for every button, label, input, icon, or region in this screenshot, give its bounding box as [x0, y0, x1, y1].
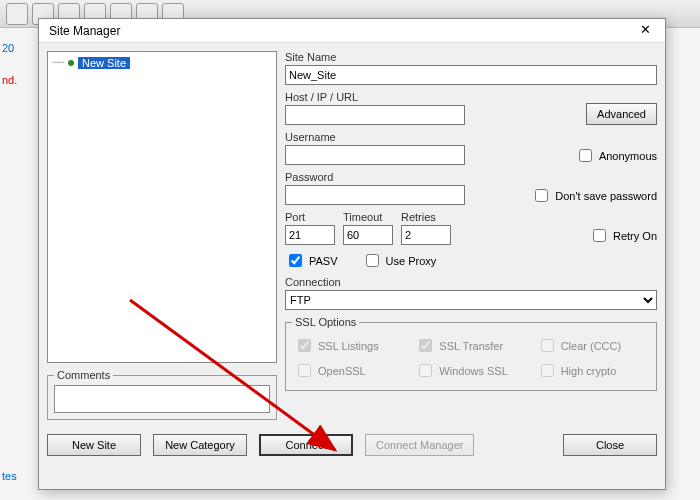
ssl-openssl-label: OpenSSL	[318, 365, 366, 377]
site-tree[interactable]: ┄┄ New Site	[47, 51, 277, 363]
close-button[interactable]: Close	[563, 434, 657, 456]
ssl-listings-checkbox-input	[298, 339, 311, 352]
ssl-options-legend: SSL Options	[292, 316, 359, 328]
retry-on-checkbox[interactable]: Retry On	[589, 226, 657, 245]
pasv-checkbox[interactable]: PASV	[285, 251, 338, 270]
timeout-input[interactable]	[343, 225, 393, 245]
host-input[interactable]	[285, 105, 465, 125]
comments-input[interactable]	[54, 385, 270, 413]
retries-label: Retries	[401, 211, 451, 223]
connect-manager-button: Connect Manager	[365, 434, 474, 456]
site-name-label: Site Name	[285, 51, 657, 63]
bg-text: 20	[2, 42, 14, 54]
ssl-winssl-checkbox-input	[419, 364, 432, 377]
pasv-checkbox-input[interactable]	[289, 254, 302, 267]
retry-on-checkbox-input[interactable]	[593, 229, 606, 242]
ssl-openssl-checkbox: OpenSSL	[294, 361, 405, 380]
username-label: Username	[285, 131, 567, 143]
connect-button[interactable]: Connect	[259, 434, 353, 456]
use-proxy-checkbox[interactable]: Use Proxy	[362, 251, 437, 270]
ssl-transfer-checkbox-input	[419, 339, 432, 352]
host-label: Host / IP / URL	[285, 91, 578, 103]
ssl-highcrypto-checkbox-input	[541, 364, 554, 377]
tree-item[interactable]: ┄┄ New Site	[52, 56, 272, 69]
bg-text: tes	[2, 470, 17, 482]
dont-save-password-checkbox[interactable]: Don't save password	[531, 186, 657, 205]
ssl-transfer-label: SSL Transfer	[439, 340, 503, 352]
comments-legend: Comments	[54, 369, 113, 381]
connection-select[interactable]: FTP	[285, 290, 657, 310]
ssl-winssl-label: Windows SSL	[439, 365, 507, 377]
new-site-button[interactable]: New Site	[47, 434, 141, 456]
ssl-clear-checkbox: Clear (CCC)	[537, 336, 648, 355]
titlebar[interactable]: Site Manager ✕	[39, 19, 665, 43]
ssl-winssl-checkbox: Windows SSL	[415, 361, 526, 380]
password-label: Password	[285, 171, 523, 183]
ssl-clear-checkbox-input	[541, 339, 554, 352]
tree-connector-icon: ┄┄	[52, 56, 64, 69]
timeout-label: Timeout	[343, 211, 393, 223]
anonymous-checkbox[interactable]: Anonymous	[575, 146, 657, 165]
ssl-highcrypto-checkbox: High crypto	[537, 361, 648, 380]
comments-fieldset: Comments	[47, 369, 277, 420]
username-input[interactable]	[285, 145, 465, 165]
dont-save-password-label: Don't save password	[555, 190, 657, 202]
retries-input[interactable]	[401, 225, 451, 245]
ssl-listings-checkbox: SSL Listings	[294, 336, 405, 355]
pasv-label: PASV	[309, 255, 338, 267]
dialog-title: Site Manager	[49, 24, 120, 38]
anonymous-checkbox-input[interactable]	[579, 149, 592, 162]
dont-save-password-checkbox-input[interactable]	[535, 189, 548, 202]
close-icon[interactable]: ✕	[631, 22, 659, 40]
site-name-input[interactable]	[285, 65, 657, 85]
ssl-transfer-checkbox: SSL Transfer	[415, 336, 526, 355]
use-proxy-label: Use Proxy	[386, 255, 437, 267]
port-label: Port	[285, 211, 335, 223]
ssl-openssl-checkbox-input	[298, 364, 311, 377]
use-proxy-checkbox-input[interactable]	[366, 254, 379, 267]
ssl-options-fieldset: SSL Options SSL Listings SSL Transfer Cl…	[285, 316, 657, 391]
site-status-icon	[68, 60, 74, 66]
port-input[interactable]	[285, 225, 335, 245]
bg-text: nd.	[2, 74, 17, 86]
connection-label: Connection	[285, 276, 657, 288]
new-category-button[interactable]: New Category	[153, 434, 247, 456]
advanced-button[interactable]: Advanced	[586, 103, 657, 125]
password-input[interactable]	[285, 185, 465, 205]
tree-item-label: New Site	[78, 57, 130, 69]
dialog-button-bar: New Site New Category Connect Connect Ma…	[39, 428, 665, 462]
retry-on-label: Retry On	[613, 230, 657, 242]
site-manager-dialog: Site Manager ✕ ┄┄ New Site Comments Site…	[38, 18, 666, 490]
ssl-listings-label: SSL Listings	[318, 340, 379, 352]
anonymous-label: Anonymous	[599, 150, 657, 162]
ssl-clear-label: Clear (CCC)	[561, 340, 622, 352]
ssl-highcrypto-label: High crypto	[561, 365, 617, 377]
